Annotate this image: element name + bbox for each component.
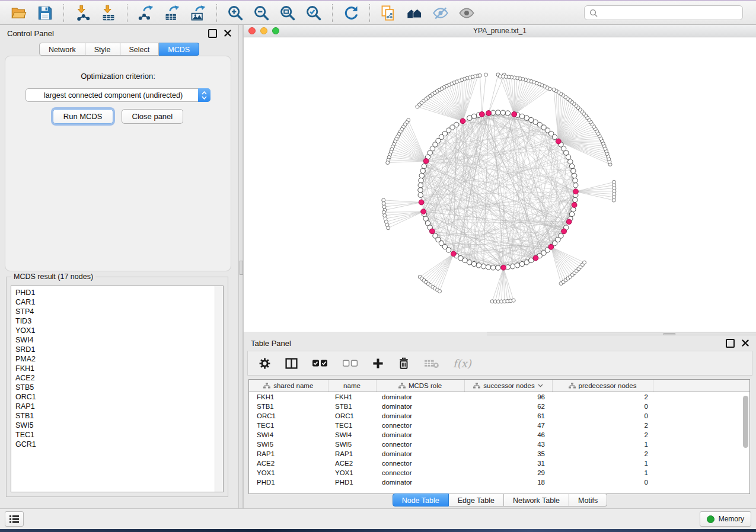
hide-selected-button[interactable] [431, 4, 450, 23]
minimize-window-icon[interactable] [260, 27, 267, 34]
mcds-result-item[interactable]: STB5 [15, 383, 223, 392]
mcds-result-item[interactable]: PHD1 [15, 288, 223, 297]
memory-button[interactable]: Memory [700, 511, 751, 527]
gear-icon [259, 357, 271, 370]
mcds-result-title: MCDS result (17 nodes) [11, 273, 95, 281]
table-row[interactable]: PHD1PHD1dominator180 [249, 477, 749, 487]
panel-menu-button[interactable] [5, 511, 24, 527]
mcds-result-item[interactable]: SRD1 [15, 345, 223, 354]
network-window-titlebar[interactable]: YPA_prune.txt_1 [244, 25, 756, 37]
mcds-result-item[interactable]: FKH1 [15, 364, 223, 373]
table-scrollbar-thumb[interactable] [743, 396, 748, 448]
export-network-button[interactable] [136, 4, 155, 23]
close-panel-button[interactable]: Close panel [122, 109, 184, 124]
tab-edge-table[interactable]: Edge Table [449, 493, 504, 507]
mcds-result-item[interactable]: ORC1 [15, 392, 223, 402]
table-row[interactable]: ORC1ORC1dominator610 [249, 411, 749, 421]
show-all-button[interactable] [457, 4, 476, 23]
tab-mcds[interactable]: MCDS [159, 43, 199, 56]
column-header-predecessor-nodes[interactable]: predecessor nodes [552, 380, 653, 392]
float-panel-icon[interactable] [726, 339, 735, 348]
mcds-result-item[interactable]: TID3 [15, 316, 223, 326]
deselect-all-rows-button[interactable] [342, 358, 358, 368]
network-search-field[interactable] [584, 5, 743, 20]
export-image-button[interactable] [189, 4, 208, 23]
zoom-out-button[interactable] [252, 4, 271, 23]
column-header-MCDS-role[interactable]: MCDS role [376, 380, 464, 392]
control-panel-tabs: NetworkStyleSelectMCDS [0, 43, 238, 56]
eye-slash-icon [432, 5, 449, 21]
zoom-in-button[interactable] [226, 4, 245, 23]
table-row[interactable]: STB1STB1dominator620 [249, 402, 749, 411]
plus-icon [372, 358, 384, 369]
table-row[interactable]: FKH1FKH1dominator962 [249, 392, 749, 402]
table-panel-tabs: Node TableEdge TableNetwork TableMotifs [244, 493, 756, 507]
tab-network[interactable]: Network [39, 43, 85, 56]
eye-icon [458, 5, 475, 21]
table-row[interactable]: ACE2ACE2connector311 [249, 459, 749, 468]
dropdown-stepper-icon [198, 88, 210, 102]
mcds-result-item[interactable]: STP4 [15, 307, 223, 316]
table-row[interactable]: RAP1RAP1dominator352 [249, 449, 749, 459]
import-table-icon [100, 5, 117, 21]
add-column-button[interactable] [372, 358, 384, 369]
table-row[interactable]: SWI5SWI5connector431 [249, 440, 749, 449]
mcds-result-item[interactable]: STB1 [15, 411, 223, 421]
main-toolbar [0, 0, 756, 25]
zoom-in-icon [227, 5, 244, 21]
function-builder-button[interactable]: f(x) [453, 357, 471, 370]
first-neighbors-button[interactable] [405, 4, 424, 23]
mcds-result-groupbox: MCDS result (17 nodes) PHD1CAR1STP4TID3Y… [6, 277, 228, 497]
mcds-result-item[interactable]: PMA2 [15, 354, 223, 364]
open-session-button[interactable] [9, 4, 28, 23]
mcds-result-item[interactable]: ACE2 [15, 373, 223, 383]
tab-select[interactable]: Select [120, 43, 160, 56]
column-header-successor-nodes[interactable]: successor nodes [464, 380, 552, 392]
tab-motifs[interactable]: Motifs [569, 493, 607, 507]
criterion-select[interactable]: largest connected component (undirected) [25, 88, 210, 102]
tab-network-table[interactable]: Network Table [504, 493, 569, 507]
tab-node-table[interactable]: Node Table [393, 493, 449, 507]
mcds-list-scrollbar[interactable] [215, 286, 223, 492]
close-panel-icon[interactable] [742, 339, 749, 347]
network-canvas[interactable] [244, 37, 756, 332]
search-input[interactable] [601, 8, 738, 18]
mcds-result-item[interactable]: SWI5 [15, 421, 223, 430]
mcds-result-item[interactable]: RAP1 [15, 402, 223, 411]
mcds-result-item[interactable]: GCR1 [15, 440, 223, 449]
shared-column-icon [263, 383, 270, 389]
zoom-selected-button[interactable] [304, 4, 323, 23]
optimization-criterion-label: Optimization criterion: [5, 72, 231, 81]
mcds-result-item[interactable]: YOX1 [15, 326, 223, 335]
export-table-button[interactable] [162, 4, 181, 23]
vertical-splitter[interactable] [238, 25, 243, 508]
tab-style[interactable]: Style [85, 43, 120, 56]
table-row[interactable]: SWI4SWI4dominator462 [249, 430, 749, 440]
mcds-result-item[interactable]: TEC1 [15, 430, 223, 440]
node-table-container: shared namenameMCDS rolesuccessor nodesp… [248, 379, 750, 494]
column-header-shared-name[interactable]: shared name [249, 380, 328, 392]
new-network-from-selection-button[interactable] [379, 4, 398, 23]
mcds-result-item[interactable]: CAR1 [15, 297, 223, 307]
delete-table-button[interactable] [424, 358, 439, 368]
split-table-view-button[interactable] [285, 358, 298, 369]
import-network-button[interactable] [73, 4, 92, 23]
close-window-icon[interactable] [248, 27, 256, 34]
float-panel-icon[interactable] [208, 29, 217, 38]
zoom-fit-button[interactable] [278, 4, 297, 23]
column-header-name[interactable]: name [328, 380, 376, 392]
save-session-button[interactable] [36, 4, 55, 23]
run-mcds-button[interactable]: Run MCDS [53, 109, 113, 124]
table-settings-button[interactable] [259, 357, 271, 370]
delete-column-button[interactable] [398, 357, 410, 370]
maximize-window-icon[interactable] [272, 27, 279, 34]
shared-column-icon [473, 383, 480, 389]
mcds-result-item[interactable]: SWI4 [15, 335, 223, 345]
import-table-button[interactable] [99, 4, 118, 23]
refresh-view-button[interactable] [342, 4, 361, 23]
select-all-rows-button[interactable] [312, 358, 328, 368]
close-panel-icon[interactable] [224, 30, 231, 37]
toolbar-separator [63, 4, 64, 22]
table-row[interactable]: TEC1TEC1connector472 [249, 421, 749, 430]
table-row[interactable]: YOX1YOX1connector291 [249, 468, 749, 477]
